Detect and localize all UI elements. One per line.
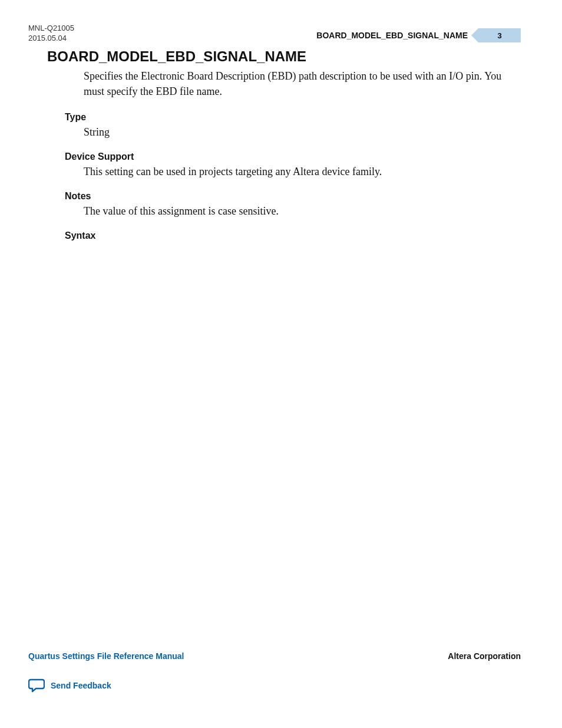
section-heading: Device Support [65,151,521,162]
section-device-support: Device Support This setting can be used … [47,151,521,178]
page-number: 3 [497,31,501,40]
section-body: The value of this assignment is case sen… [84,205,521,218]
page-number-badge: 3 [478,28,521,42]
page-header: MNL-Q21005 2015.05.04 BOARD_MODEL_EBD_SI… [28,24,521,47]
company-name: Altera Corporation [448,651,521,661]
section-notes: Notes The value of this assignment is ca… [47,191,521,218]
section-body: String [84,126,521,139]
section-type: Type String [47,112,521,139]
send-feedback-label: Send Feedback [51,681,111,690]
running-title: BOARD_MODEL_EBD_SIGNAL_NAME [316,31,468,40]
footer-top-row: Quartus Settings File Reference Manual A… [28,651,521,661]
section-syntax: Syntax [47,230,521,241]
page-description: Specifies the Electronic Board Descripti… [84,68,521,99]
manual-title-link[interactable]: Quartus Settings File Reference Manual [28,651,184,661]
section-heading: Notes [65,191,521,202]
section-body: This setting can be used in projects tar… [84,166,521,178]
section-heading: Type [65,112,521,123]
main-content: BOARD_MODEL_EBD_SIGNAL_NAME Specifies th… [47,48,521,254]
speech-bubble-icon [28,678,45,693]
header-right: BOARD_MODEL_EBD_SIGNAL_NAME 3 [316,28,521,42]
send-feedback-link[interactable]: Send Feedback [28,678,111,693]
page-footer: Quartus Settings File Reference Manual A… [28,651,521,693]
page-title: BOARD_MODEL_EBD_SIGNAL_NAME [47,48,521,65]
section-heading: Syntax [65,230,521,241]
